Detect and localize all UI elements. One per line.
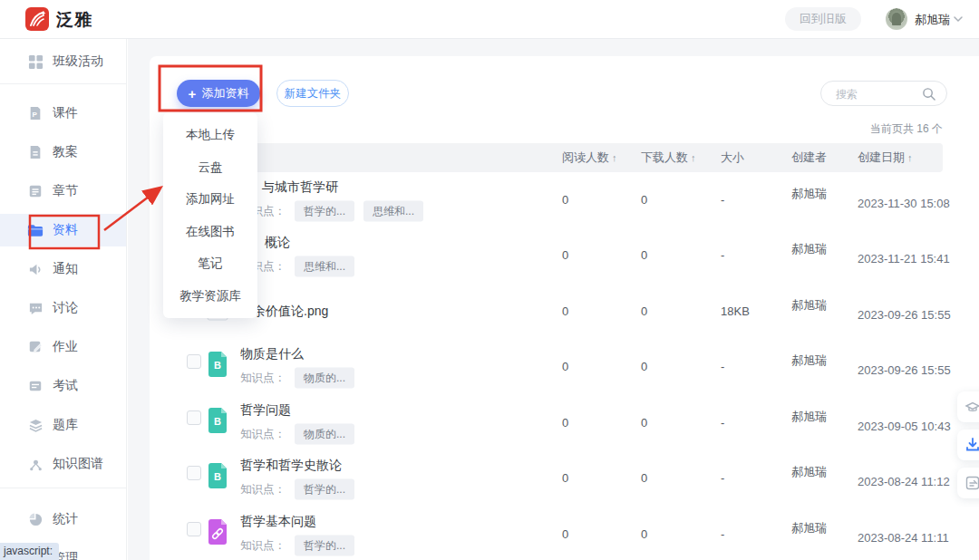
sidebar-item-label: 知识图谱	[53, 456, 103, 472]
dropdown-item-3[interactable]: 添加网址	[163, 183, 257, 216]
courseware-file-icon: P	[27, 105, 44, 121]
sidebar-item-2[interactable]: P课件	[0, 97, 126, 130]
sidebar-item-6[interactable]: 通知	[0, 253, 126, 285]
knowledge-label: 知识点：	[240, 426, 286, 441]
knowledge-tag: 物质的...	[295, 368, 354, 389]
knowledge-points: 知识点：物质的...	[240, 423, 354, 444]
avatar[interactable]	[886, 8, 907, 30]
cap-float-button[interactable]	[957, 391, 979, 422]
creator-name: 郝旭瑞	[791, 297, 827, 314]
sidebar-item-12[interactable]: 统计	[0, 503, 126, 536]
question-bank-icon	[27, 417, 44, 433]
content-card: + 添加资料 新建文件夹 当前页共 16 个 阅读人数↑下载人数↑大小创建者创建…	[150, 56, 979, 560]
search-input[interactable]	[834, 84, 924, 104]
downloads-count: 0	[641, 416, 647, 430]
sidebar-item-label: 章节	[53, 183, 78, 199]
svg-text:B: B	[214, 471, 221, 482]
downloads-count: 0	[641, 360, 647, 373]
file-info: 与城市哲学研知识点：哲学的...思维和...	[240, 179, 423, 221]
grid-icon	[27, 53, 44, 70]
reads-count: 0	[562, 193, 568, 207]
sort-arrow-icon[interactable]: ↑	[907, 152, 913, 163]
file-size: -	[721, 471, 724, 485]
sidebar-item-7[interactable]: 讨论	[0, 292, 126, 324]
table-row: B与城市哲学研知识点：哲学的...思维和...00-郝旭瑞2023-11-30 …	[177, 172, 943, 228]
doc-teal-b-icon: B	[207, 463, 228, 488]
reads-count: 0	[562, 416, 568, 430]
column-header-2[interactable]: 下载人数↑	[641, 143, 696, 172]
reads-count: 0	[562, 304, 568, 318]
knowledge-points: 知识点：哲学的...	[240, 535, 354, 555]
file-title[interactable]: 与城市哲学研	[262, 179, 423, 195]
reads-count: 0	[562, 360, 568, 373]
note-icon	[964, 475, 979, 491]
file-title[interactable]: 哲学基本问题	[240, 513, 354, 529]
knowledge-tag: 哲学的...	[295, 535, 354, 555]
file-title[interactable]: 概论	[265, 235, 354, 251]
creator-name: 郝旭瑞	[791, 520, 827, 536]
search-icon[interactable]	[922, 87, 935, 101]
column-label: 大小	[721, 150, 744, 164]
sidebar-item-1[interactable]: 班级活动	[0, 45, 126, 78]
row-checkbox[interactable]	[187, 354, 201, 369]
download-float-button[interactable]	[957, 430, 979, 460]
sidebar-item-label: 课件	[53, 105, 78, 121]
chat-icon	[27, 300, 44, 316]
row-checkbox[interactable]	[187, 522, 201, 536]
new-folder-button[interactable]: 新建文件夹	[276, 80, 349, 107]
table-header: 阅读人数↑下载人数↑大小创建者创建日期↑	[177, 143, 943, 172]
dropdown-item-4[interactable]: 在线图书	[163, 216, 257, 248]
file-size: -	[721, 416, 724, 430]
sidebar-item-11[interactable]: 知识图谱	[0, 448, 126, 480]
sidebar-item-10[interactable]: 题库	[0, 409, 126, 441]
reads-count: 0	[562, 527, 568, 541]
table-row: 哲学基本问题知识点：哲学的...00-郝旭瑞2023-08-24 11:11	[177, 507, 943, 560]
knowledge-points: 知识点：物质的...	[240, 368, 354, 389]
sidebar-item-label: 通知	[53, 261, 78, 277]
downloads-count: 0	[641, 471, 647, 485]
column-label: 下载人数	[641, 150, 688, 164]
sidebar-item-4[interactable]: 章节	[0, 175, 126, 208]
sort-arrow-icon[interactable]: ↑	[691, 152, 696, 163]
username[interactable]: 郝旭瑞	[915, 12, 950, 28]
column-header-5[interactable]: 创建日期↑	[858, 143, 913, 172]
plus-icon: +	[189, 87, 197, 101]
file-title[interactable]: 哲学和哲学史散论	[240, 458, 354, 474]
file-title[interactable]: 物质是什么	[240, 346, 354, 362]
sidebar-item-9[interactable]: 考试	[0, 370, 126, 402]
row-checkbox[interactable]	[187, 466, 201, 480]
table-body: B与城市哲学研知识点：哲学的...思维和...00-郝旭瑞2023-11-30 …	[177, 172, 943, 560]
file-size: -	[721, 527, 724, 541]
add-material-button[interactable]: + 添加资料	[177, 80, 260, 107]
column-label: 创建日期	[858, 150, 905, 164]
doc-teal-b-icon: B	[207, 352, 228, 377]
dropdown-item-6[interactable]: 教学资源库	[163, 280, 257, 313]
chevron-down-icon[interactable]	[954, 15, 963, 23]
dropdown-item-1[interactable]: 本地上传	[163, 119, 257, 151]
sidebar-item-5[interactable]: 资料	[0, 214, 126, 246]
creator-name: 郝旭瑞	[791, 186, 827, 202]
row-checkbox[interactable]	[187, 410, 201, 425]
doc-link-purple-icon	[207, 519, 228, 545]
sidebar-item-label: 班级活动	[53, 53, 103, 70]
note-float-button[interactable]	[957, 468, 979, 498]
column-header-1[interactable]: 阅读人数↑	[562, 143, 617, 172]
sidebar-item-3[interactable]: 教案	[0, 136, 126, 169]
sidebar-item-8[interactable]: 作业	[0, 331, 126, 363]
creator-name: 郝旭瑞	[791, 352, 827, 369]
dropdown-item-5[interactable]: 笔记	[163, 247, 257, 280]
doc-teal-b-icon: B	[207, 408, 228, 433]
knowledge-label: 知识点：	[240, 371, 286, 386]
sort-arrow-icon[interactable]: ↑	[612, 152, 617, 163]
downloads-count: 0	[641, 193, 647, 207]
file-info: 哲学基本问题知识点：哲学的...	[240, 513, 354, 555]
sidebar-item-label: 统计	[53, 511, 78, 527]
file-info: 哲学问题知识点：物质的...	[240, 401, 354, 444]
file-title[interactable]: 哲学问题	[240, 401, 354, 418]
add-material-dropdown: 本地上传云盘添加网址在线图书笔记教学资源库	[163, 112, 257, 318]
dropdown-item-2[interactable]: 云盘	[163, 151, 257, 184]
back-to-old-version-button[interactable]: 回到旧版	[785, 7, 861, 31]
knowledge-tag: 思维和...	[295, 256, 354, 277]
knowledge-label: 知识点：	[240, 482, 286, 497]
folder-icon	[27, 222, 44, 238]
